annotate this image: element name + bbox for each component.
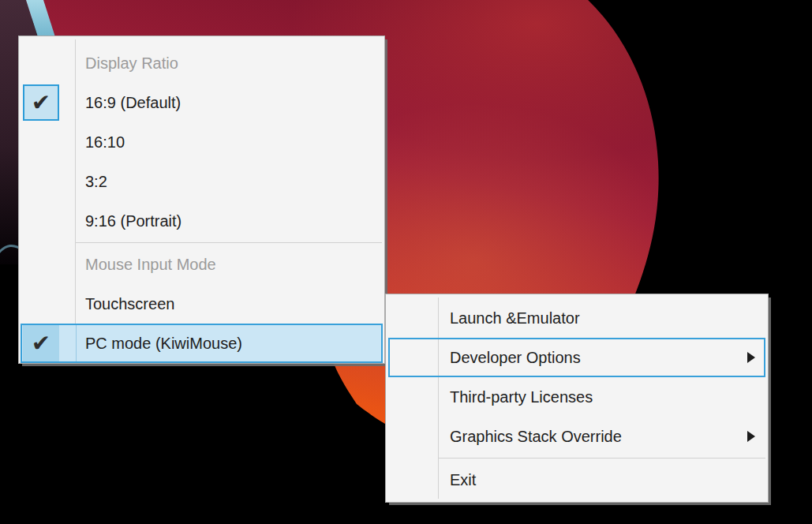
menu-item-launch-emulator[interactable]: Launch &Emulator bbox=[386, 298, 768, 338]
menu-item-pc-mode-kiwimouse[interactable]: ✔ PC mode (KiwiMouse) bbox=[21, 324, 383, 363]
checkmark-icon: ✔ bbox=[24, 327, 58, 360]
menu-item-16-10[interactable]: 16:10 bbox=[19, 122, 384, 162]
menu-item-touchscreen[interactable]: Touchscreen bbox=[19, 284, 384, 324]
menu-header-mouse-input-mode: Mouse Input Mode bbox=[19, 245, 384, 284]
submenu-arrow-icon bbox=[747, 352, 755, 363]
menu-item-label: Launch &Emulator bbox=[450, 309, 580, 327]
menu-item-label: Graphics Stack Override bbox=[450, 428, 622, 445]
menu-item-label: Developer Options bbox=[450, 349, 581, 366]
menu-item-third-party-licenses[interactable]: Third-party Licenses bbox=[386, 377, 768, 417]
submenu-arrow-icon bbox=[747, 431, 755, 442]
desktop: Display Ratio ✔ 16:9 (Default) 16:10 3:2… bbox=[0, 0, 812, 524]
menu-item-developer-options[interactable]: Developer Options bbox=[388, 338, 765, 377]
tray-context-menu: Launch &Emulator Developer Options Third… bbox=[385, 294, 769, 503]
menu-item-label: 16:9 (Default) bbox=[85, 94, 181, 111]
menu-item-label: Third-party Licenses bbox=[450, 388, 593, 406]
menu-item-exit[interactable]: Exit bbox=[386, 460, 768, 500]
menu-item-label: Touchscreen bbox=[85, 295, 174, 313]
menu-item-label: PC mode (KiwiMouse) bbox=[85, 335, 242, 352]
checkmark-icon: ✔ bbox=[24, 86, 58, 119]
menu-item-label: 9:16 (Portrait) bbox=[85, 212, 181, 230]
menu-item-3-2[interactable]: 3:2 bbox=[19, 162, 384, 201]
menu-item-label: 3:2 bbox=[85, 173, 107, 190]
settings-submenu: Display Ratio ✔ 16:9 (Default) 16:10 3:2… bbox=[18, 36, 385, 364]
menu-header-display-ratio: Display Ratio bbox=[19, 43, 384, 83]
menu-header-label: Display Ratio bbox=[85, 54, 178, 72]
menu-item-label: Exit bbox=[450, 471, 476, 488]
check-column-divider bbox=[76, 325, 77, 361]
menu-item-9-16-portrait[interactable]: 9:16 (Portrait) bbox=[19, 201, 384, 241]
menu-item-label: 16:10 bbox=[85, 133, 125, 151]
menu-header-label: Mouse Input Mode bbox=[85, 256, 216, 273]
menu-item-graphics-stack-override[interactable]: Graphics Stack Override bbox=[386, 417, 768, 456]
menu-item-16-9-default[interactable]: ✔ 16:9 (Default) bbox=[19, 83, 384, 122]
checkbox: ✔ bbox=[23, 325, 59, 361]
checkbox: ✔ bbox=[23, 84, 59, 121]
